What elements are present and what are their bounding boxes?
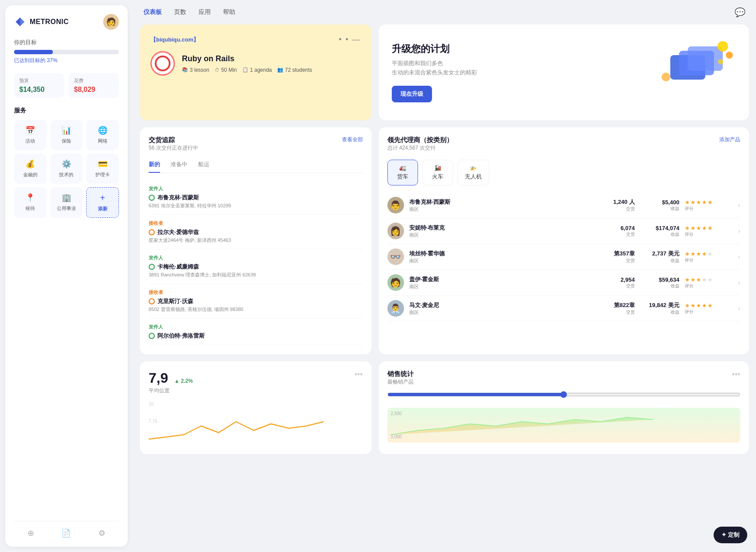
service-label-card: 护理卡 xyxy=(95,171,110,178)
dot-green-2 xyxy=(149,264,155,270)
tab-new[interactable]: 新的 xyxy=(149,161,160,173)
nav-apps[interactable]: 应用 xyxy=(199,8,211,16)
course-agenda: 📋 1 agenda xyxy=(242,67,272,73)
course-meta: 📚 3 lesson ⏱ 50 Min 📋 1 agenda xyxy=(182,67,312,73)
agent-row-3: 🧑 盖伊·霍金斯 南区 2,954 交货 $59,634 收益 ★★★★★ 评分… xyxy=(387,270,740,296)
tab-truck[interactable]: 🚛 货车 xyxy=(387,160,418,185)
svg-point-5 xyxy=(718,59,723,64)
service-item-card[interactable]: 💳 护理卡 xyxy=(86,154,119,184)
delivery-card: 交货追踪 56 次交付正在进行中 查看全部 新的 准备中 船运 发件人 布鲁克林… xyxy=(140,127,372,354)
agent-transactions-3: 2,954 xyxy=(600,276,635,283)
layers-icon[interactable]: ⊕ xyxy=(28,528,34,538)
tab-shipping[interactable]: 船运 xyxy=(198,161,209,173)
row-1: 【biqubiqu.com】 • • — Ruby on Rails 📚 3 l… xyxy=(140,24,749,120)
agent-arrow-4[interactable]: › xyxy=(738,304,740,312)
agent-earn-label-2: 收益 xyxy=(640,258,679,264)
tab-truck-label: 货车 xyxy=(397,173,408,181)
delivery-receiver-1: 接收者 xyxy=(149,220,363,227)
service-item-add[interactable]: + 添新 xyxy=(86,187,119,218)
notification-icon[interactable]: 💬 xyxy=(735,7,746,17)
sales-title: 销售统计 xyxy=(387,370,414,378)
dot-green-1 xyxy=(149,195,155,201)
upgrade-button[interactable]: 现在升级 xyxy=(392,86,432,102)
agent-stars-4: ★★★★★ xyxy=(685,302,713,309)
service-item-activity[interactable]: 📅 活动 xyxy=(14,120,47,150)
sales-slider[interactable] xyxy=(387,391,740,398)
delivery-sender-3: 发件人 xyxy=(149,324,363,330)
service-item-tech[interactable]: ⚙️ 技术的 xyxy=(50,154,83,184)
course-dots: • • — xyxy=(339,35,361,44)
upgrade-card: 升级您的计划 平面插图和我们多色 生动的未混合紫色头发女士的精彩 现在升级 xyxy=(379,24,749,120)
agent-stars-0: ★★★★★ xyxy=(685,199,713,206)
duration-icon: ⏱ xyxy=(215,67,219,73)
nav-dashboard[interactable]: 仪表板 xyxy=(143,8,162,16)
tab-preparing[interactable]: 准备中 xyxy=(171,161,188,173)
nav-pages[interactable]: 页数 xyxy=(174,8,186,16)
gear-icon[interactable]: ⚙ xyxy=(98,528,105,538)
agent-money-0: $5,400 收益 xyxy=(640,199,679,212)
sales-menu-icon[interactable]: ••• xyxy=(732,370,740,379)
nav-help[interactable]: 帮助 xyxy=(223,8,235,16)
agent-rows: 👨 布鲁克林·西蒙斯 南区 1,240 人 交货 $5,400 收益 ★★★★★… xyxy=(387,192,740,321)
finance-icon: 💰 xyxy=(25,159,35,169)
svg-point-3 xyxy=(718,41,728,52)
agent-money-2: 2,737 美元 收益 xyxy=(640,250,679,264)
avg-menu-icon[interactable]: ••• xyxy=(355,370,363,379)
avg-change: ▲ 2.2% xyxy=(174,378,193,384)
course-duration: ⏱ 50 Min xyxy=(215,67,237,73)
avatar[interactable]: 🧑 xyxy=(103,14,119,30)
chart-y-775: 7.75 xyxy=(149,419,157,424)
agents-title: 领先代理商（按类别） xyxy=(387,136,453,144)
service-item-finance[interactable]: 💰 金融的 xyxy=(14,154,47,184)
agents-card: 领先代理商（按类别） 总计 424,567 次交付 添加产品 🚛 货车 🚂 火车 xyxy=(379,127,749,354)
course-details: Ruby on Rails 📚 3 lesson ⏱ 50 Min xyxy=(182,54,312,73)
agent-type-tabs: 🚛 货车 🚂 火车 🚁 无人机 xyxy=(387,160,740,185)
agent-stat-0: 1,240 人 交货 xyxy=(600,198,635,212)
agent-earnings-1: $174,074 xyxy=(640,225,679,231)
agent-rating-label-2: 评分 xyxy=(685,257,713,263)
agent-rating-3: ★★★★★ 评分 xyxy=(685,276,733,289)
progress-bar-fill xyxy=(14,50,53,54)
agent-arrow-1[interactable]: › xyxy=(738,227,740,235)
delivery-tabs: 新的 准备中 船运 xyxy=(149,161,363,173)
agent-region-1: 南区 xyxy=(409,232,595,238)
agent-name-2: 埃丝特·霍华德 xyxy=(409,250,595,258)
agent-row-4: 👨‍💼 马文·麦金尼 南区 第822章 交货 19,842 美元 收益 ★★★★… xyxy=(387,296,740,321)
avg-chart-svg xyxy=(149,409,363,444)
customize-button[interactable]: ✦ 定制 xyxy=(714,527,747,543)
agent-earnings-0: $5,400 xyxy=(640,199,679,206)
add-product-btn[interactable]: 添加产品 xyxy=(719,136,740,143)
agent-arrow-2[interactable]: › xyxy=(738,253,740,261)
upgrade-illustration xyxy=(657,38,736,107)
tab-drone[interactable]: 🚁 无人机 xyxy=(457,160,489,185)
service-label-activity: 活动 xyxy=(25,138,35,144)
service-label-reception: 候待 xyxy=(25,205,35,212)
logo-text: METRONIC xyxy=(30,18,69,26)
service-item-insurance[interactable]: 📊 保险 xyxy=(50,120,83,150)
agent-rating-label-3: 评分 xyxy=(685,283,713,289)
agent-arrow-0[interactable]: › xyxy=(738,201,740,209)
agent-stars-1: ★★★★★ xyxy=(685,225,713,231)
course-logo xyxy=(150,51,175,76)
svg-point-6 xyxy=(662,73,670,81)
delivery-view-all[interactable]: 查看全部 xyxy=(342,136,363,143)
agent-stars-2: ★★★★★ xyxy=(685,251,713,257)
agents-total: 总计 424,567 次交付 xyxy=(387,144,453,152)
agent-info-3: 盖伊·霍金斯 南区 xyxy=(409,276,595,290)
service-item-utility[interactable]: 🏢 公用事业 xyxy=(50,187,83,218)
goal-section: 你的目标 已达到目标的 37% xyxy=(14,38,119,64)
sales-chart-area: 3,000 2,500 xyxy=(387,408,740,443)
agent-earnings-2: 2,737 美元 xyxy=(640,250,679,258)
tab-train[interactable]: 🚂 火车 xyxy=(422,160,453,185)
agent-row-1: 👩 安妮特·布莱克 南区 6,074 交货 $174,074 收益 ★★★★★ … xyxy=(387,218,740,244)
delivery-name-4: 克里斯汀·沃森 xyxy=(149,297,363,305)
service-item-reception[interactable]: 📍 候待 xyxy=(14,187,47,218)
service-item-network[interactable]: 🌐 网络 xyxy=(86,120,119,150)
agent-transactions-2: 第357章 xyxy=(600,250,635,258)
add-icon: + xyxy=(100,193,105,203)
agent-stat-2: 第357章 交货 xyxy=(600,250,635,264)
service-label-insurance: 保险 xyxy=(62,138,71,144)
file-icon[interactable]: 📄 xyxy=(61,528,71,538)
agent-arrow-3[interactable]: › xyxy=(738,279,740,286)
chart-val-3000: 3,000 xyxy=(391,434,402,439)
